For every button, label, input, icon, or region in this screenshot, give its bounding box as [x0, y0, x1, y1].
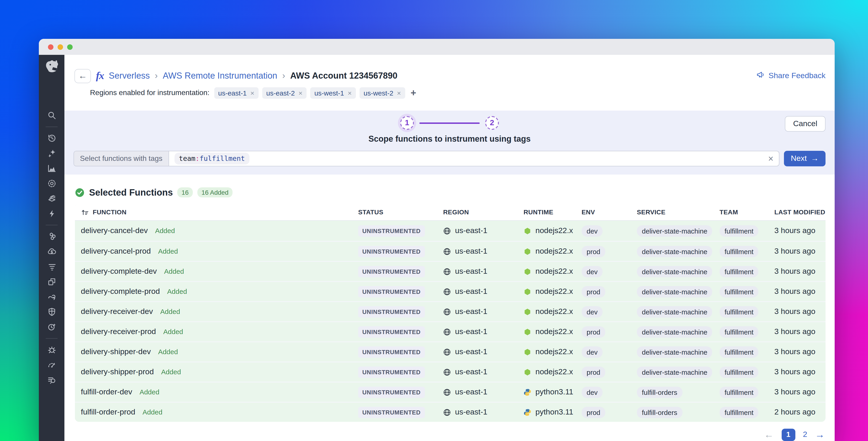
- python-icon: [524, 408, 531, 416]
- tag-chip[interactable]: team:fulfillment: [174, 153, 249, 165]
- table-row[interactable]: delivery-cancel-prod Added UNINSTRUMENTE…: [75, 241, 826, 261]
- region-text: us-east-1: [455, 287, 488, 296]
- app-builder-icon[interactable]: [47, 277, 56, 287]
- cancel-button[interactable]: Cancel: [785, 116, 826, 131]
- page-2-button[interactable]: 2: [803, 430, 807, 439]
- share-feedback-link[interactable]: Share Feedback: [756, 70, 826, 81]
- infrastructure-icon[interactable]: [47, 232, 56, 241]
- software-catalog-icon[interactable]: [47, 194, 56, 203]
- table-row[interactable]: delivery-complete-prod Added UNINSTRUMEN…: [75, 281, 826, 301]
- app-window: ← fx Serverless › AWS Remote Instrumenta…: [39, 39, 835, 441]
- region-chip-list: us-east-1 × us-east-2 × us-west-1 × us-w…: [214, 87, 405, 98]
- ci-visibility-icon[interactable]: [47, 179, 56, 188]
- column-header-service[interactable]: SERVICE: [637, 208, 719, 216]
- window-titlebar[interactable]: [39, 39, 835, 55]
- region-text: us-east-1: [455, 368, 488, 377]
- count-badge: 16: [178, 187, 193, 198]
- log-explorer-icon[interactable]: [47, 375, 56, 385]
- status-badge: UNINSTRUMENTED: [358, 346, 425, 358]
- globe-icon: [443, 408, 451, 416]
- region-chip[interactable]: us-west-1 ×: [310, 87, 356, 98]
- added-badge: Added: [161, 368, 181, 376]
- close-window-button[interactable]: [48, 44, 54, 50]
- remove-region-icon[interactable]: ×: [348, 89, 352, 97]
- search-icon[interactable]: [47, 111, 56, 120]
- env-pill: prod: [582, 286, 605, 297]
- table-row[interactable]: delivery-shipper-dev Added UNINSTRUMENTE…: [75, 342, 826, 361]
- python-icon: [524, 388, 531, 396]
- column-header-status[interactable]: STATUS: [358, 208, 443, 216]
- tag-search-input[interactable]: team:fulfillment ×: [169, 151, 779, 166]
- function-name: delivery-cancel-prod: [81, 247, 151, 256]
- tag-search-control[interactable]: Select functions with tags team:fulfillm…: [73, 151, 779, 166]
- table-row[interactable]: delivery-shipper-prod Added UNINSTRUMENT…: [75, 361, 826, 382]
- nodejs-icon: [524, 328, 531, 336]
- region-chip[interactable]: us-east-2 ×: [262, 87, 307, 98]
- runtime-text: nodejs22.x: [535, 267, 573, 276]
- function-name: fulfill-order-dev: [81, 387, 132, 397]
- service-pill: fulfill-orders: [637, 407, 682, 418]
- back-button[interactable]: ←: [74, 69, 91, 83]
- cloud-cost-icon[interactable]: [47, 247, 56, 256]
- table-row[interactable]: delivery-complete-dev Added UNINSTRUMENT…: [75, 261, 826, 281]
- functions-table: FUNCTION STATUS REGION RUNTIME ENV SERVI…: [75, 204, 826, 422]
- workflow-automation-icon[interactable]: [47, 292, 56, 302]
- table-row[interactable]: delivery-receiver-prod Added UNINSTRUMEN…: [75, 321, 826, 342]
- table-row[interactable]: fulfill-order-dev Added UNINSTRUMENTED u…: [75, 382, 826, 402]
- page-1-button[interactable]: 1: [781, 429, 795, 441]
- region-chip[interactable]: us-east-1 ×: [214, 87, 258, 98]
- table-row[interactable]: fulfill-order-prod Added UNINSTRUMENTED …: [75, 402, 826, 422]
- column-header-env[interactable]: ENV: [582, 208, 637, 216]
- breadcrumb-separator: ›: [282, 71, 285, 81]
- prev-page-button[interactable]: ←: [764, 429, 774, 440]
- screenshot-stage: ← fx Serverless › AWS Remote Instrumenta…: [0, 0, 868, 441]
- team-pill: fulfillment: [719, 306, 758, 317]
- selected-functions-header: Selected Functions 16 16 Added: [75, 186, 826, 198]
- region-text: us-east-1: [455, 408, 488, 417]
- megaphone-icon: [756, 70, 765, 81]
- last-modified: 3 hours ago: [774, 307, 826, 316]
- next-button[interactable]: Next →: [784, 151, 826, 166]
- column-header-region[interactable]: REGION: [443, 208, 524, 216]
- function-name: delivery-cancel-dev: [81, 226, 148, 235]
- service-pill: deliver-state-machine: [637, 326, 712, 337]
- column-header-last-modified[interactable]: LAST MODIFIED: [774, 208, 826, 216]
- last-modified: 2 hours ago: [774, 408, 826, 417]
- globe-icon: [443, 308, 451, 316]
- region-chip[interactable]: us-west-2 ×: [360, 87, 405, 98]
- last-modified: 3 hours ago: [774, 347, 826, 356]
- env-pill: dev: [582, 346, 602, 358]
- profiling-icon[interactable]: [47, 360, 56, 370]
- check-circle-icon: [75, 187, 85, 197]
- next-page-button[interactable]: →: [815, 429, 825, 440]
- zoom-window-button[interactable]: [67, 44, 73, 50]
- clear-search-icon[interactable]: ×: [768, 153, 773, 164]
- service-pill: deliver-state-machine: [637, 286, 712, 297]
- added-count-badge: 16 Added: [197, 187, 232, 198]
- serverless-icon[interactable]: [47, 209, 56, 218]
- history-icon[interactable]: [47, 134, 56, 143]
- table-row[interactable]: delivery-receiver-dev Added UNINSTRUMENT…: [75, 301, 826, 321]
- status-badge: UNINSTRUMENTED: [358, 407, 425, 418]
- datadog-bits-logo[interactable]: [43, 58, 60, 75]
- remove-region-icon[interactable]: ×: [250, 89, 254, 97]
- column-header-runtime[interactable]: RUNTIME: [524, 208, 582, 216]
- copilot-sparkles-icon[interactable]: [47, 149, 56, 158]
- regions-row: Regions enabled for instrumentation: us-…: [90, 86, 826, 99]
- table-row[interactable]: delivery-cancel-dev Added UNINSTRUMENTED…: [75, 221, 826, 241]
- metrics-icon[interactable]: [47, 164, 56, 173]
- error-tracking-icon[interactable]: [47, 345, 56, 355]
- minimize-window-button[interactable]: [58, 44, 63, 50]
- log-management-icon[interactable]: [47, 262, 56, 271]
- remove-region-icon[interactable]: ×: [397, 89, 401, 97]
- security-icon[interactable]: [47, 307, 56, 317]
- remove-region-icon[interactable]: ×: [299, 89, 303, 97]
- region-text: us-east-1: [455, 327, 488, 336]
- column-header-function[interactable]: FUNCTION: [75, 208, 358, 216]
- breadcrumb-link-aws-remote-instrumentation[interactable]: AWS Remote Instrumentation: [163, 71, 277, 81]
- add-region-button[interactable]: +: [410, 87, 416, 98]
- fx-lambda-icon: fx: [96, 70, 104, 82]
- breadcrumb-link-serverless[interactable]: Serverless: [109, 71, 150, 81]
- siem-icon[interactable]: [47, 322, 56, 332]
- column-header-team[interactable]: TEAM: [719, 208, 774, 216]
